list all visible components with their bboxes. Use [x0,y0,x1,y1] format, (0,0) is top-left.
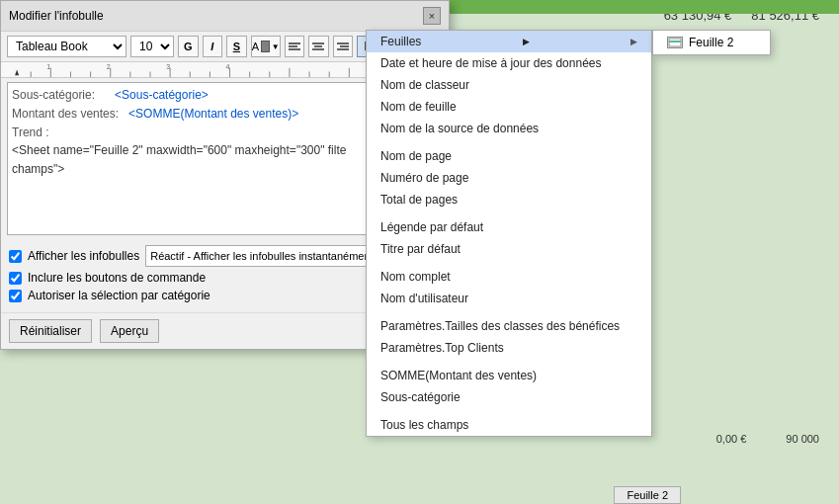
sheet-thumbnail-icon [668,38,682,47]
color-swatch [261,41,270,52]
dialog-titlebar: Modifier l'infobulle × [1,1,449,32]
align-right-button[interactable] [333,36,354,57]
reactif-select[interactable]: Réactif - Afficher les infobulles instan… [145,245,382,267]
feuilles-submenu: Feuille 2 [652,30,771,55]
menu-item-date-heure[interactable]: Date et heure de mise à jour des données [367,52,651,74]
feuilles-submenu-arrow: ▶ [523,37,530,46]
menu-item-numero-page[interactable]: Numéro de page [367,167,651,189]
menu-item-legende-label: Légende par défaut [380,220,483,234]
submenu-item-feuille2[interactable]: Feuille 2 [653,31,770,54]
menu-item-feuilles-label: Feuilles [380,35,421,48]
menu-item-sous-categorie[interactable]: Sous-catégorie [367,386,651,408]
menu-item-nom-source[interactable]: Nom de la source de données [367,118,651,139]
menu-item-nom-feuille-label: Nom de feuille [380,100,457,114]
menu-item-nom-complet[interactable]: Nom complet [367,266,651,288]
menu-item-titre[interactable]: Titre par défaut [367,238,651,260]
svg-text:3: 3 [166,64,170,71]
allow-selection-label: Autoriser la sélection par catégorie [28,289,210,302]
menu-item-nom-classeur[interactable]: Nom de classeur [367,74,651,96]
menu-item-somme-label: SOMME(Montant des ventes) [380,369,537,382]
bg-bottom-num1: 0,00 € [716,433,747,445]
menu-item-tous-champs[interactable]: Tous les champs [367,414,651,436]
menu-item-titre-label: Titre par défaut [380,242,461,256]
bg-bottom-num2: 90 000 [786,433,819,445]
menu-item-date-heure-label: Date et heure de mise à jour des données [380,56,601,70]
menu-item-nom-page-label: Nom de page [380,149,452,163]
trend-label: Trend : [12,126,49,139]
menu-item-parametres-tailles-label: Paramètres.Tailles des classes des bénéf… [380,319,620,333]
menu-item-nom-page[interactable]: Nom de page [367,145,651,167]
align-center-icon [312,42,324,51]
svg-marker-9 [15,70,19,76]
include-buttons-checkbox[interactable] [9,272,22,285]
dialog-title: Modifier l'infobulle [9,9,104,23]
svg-text:1: 1 [46,64,50,71]
show-tooltips-label: Afficher les infobulles [28,249,139,263]
menu-item-nom-utilisateur-label: Nom d'utilisateur [380,292,468,305]
align-left-button[interactable] [285,36,305,57]
footer-left-buttons: Réinitialiser Aperçu [9,319,159,343]
menu-item-nom-feuille[interactable]: Nom de feuille [367,96,651,118]
menu-item-total-pages-label: Total de pages [380,193,458,207]
menu-item-legende[interactable]: Légende par défaut [367,216,651,238]
menu-item-nom-classeur-label: Nom de classeur [380,78,469,92]
menu-item-sous-categorie-label: Sous-catégorie [380,390,461,404]
font-family-select[interactable]: Tableau Book [7,36,126,57]
menu-item-nom-source-label: Nom de la source de données [380,122,539,135]
menu-item-parametres-top[interactable]: Paramètres.Top Clients [367,337,651,359]
dialog-close-button[interactable]: × [423,7,441,25]
menu-item-nom-complet-label: Nom complet [380,270,451,284]
background-bottom-numbers: 0,00 € 90 000 [716,433,819,445]
underline-button[interactable]: S [226,36,247,57]
menu-item-numero-page-label: Numéro de page [380,171,468,185]
align-center-button[interactable] [308,36,329,57]
montant-value: <SOMME(Montant des ventes)> [128,107,298,121]
insert-dropdown-menu: Feuilles ▶ Date et heure de mise à jour … [366,30,652,437]
text-color-button[interactable]: A ▼ [251,36,281,57]
text-color-label: A [252,41,259,52]
show-tooltips-checkbox[interactable] [9,250,22,263]
sheet-tag-line1: <Sheet name="Feuille 2" maxwidth="600" m… [12,143,346,157]
sheet-tab[interactable]: Feuille 2 [614,486,681,504]
svg-text:4: 4 [226,64,230,71]
menu-item-total-pages[interactable]: Total de pages [367,189,651,210]
menu-item-feuilles[interactable]: Feuilles ▶ [367,31,651,52]
menu-item-tous-champs-label: Tous les champs [380,418,468,432]
preview-button[interactable]: Aperçu [100,319,159,343]
sheet-icon [667,37,683,48]
color-dropdown-icon: ▼ [272,42,280,51]
sous-categorie-label: Sous-catégorie: [12,88,95,102]
sous-categorie-value: <Sous-catégorie> [115,88,209,102]
feuille2-label: Feuille 2 [689,36,733,49]
font-size-select[interactable]: 10 [130,36,174,57]
reset-button[interactable]: Réinitialiser [9,319,92,343]
menu-item-parametres-tailles[interactable]: Paramètres.Tailles des classes des bénéf… [367,315,651,337]
sheet-tag-line2: champs"> [12,162,64,176]
menu-item-parametres-top-label: Paramètres.Top Clients [380,341,504,355]
bold-button[interactable]: G [178,36,199,57]
menu-item-nom-utilisateur[interactable]: Nom d'utilisateur [367,288,651,309]
menu-item-somme[interactable]: SOMME(Montant des ventes) [367,365,651,386]
montant-label: Montant des ventes: [12,107,119,121]
align-left-icon [289,42,300,51]
top-green-bar [444,0,839,14]
italic-button[interactable]: I [203,36,223,57]
svg-text:2: 2 [107,64,111,71]
allow-selection-checkbox[interactable] [9,290,22,302]
include-buttons-label: Inclure les boutons de commande [28,271,206,285]
align-right-icon [337,42,349,51]
